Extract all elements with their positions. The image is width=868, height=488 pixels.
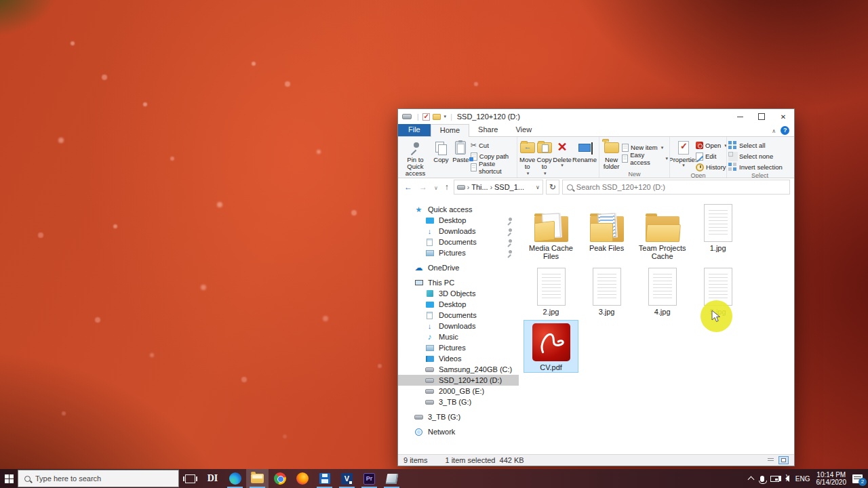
ribbon-tabs: File Home Share View — [398, 124, 794, 137]
move-to-button[interactable]: Move to — [519, 139, 536, 178]
mouse-cursor-icon — [711, 310, 722, 323]
sidebar-item-2000gb[interactable]: 2000_GB (E:) — [398, 386, 519, 396]
qat-properties-icon[interactable] — [422, 113, 430, 121]
forward-icon[interactable] — [417, 182, 429, 192]
breadcrumb[interactable]: Thi... SSD_1... — [454, 180, 543, 195]
sidebar-item-downloads[interactable]: Downloads — [398, 321, 519, 331]
microphone-icon[interactable] — [760, 476, 764, 482]
taskbar-file-explorer[interactable] — [246, 469, 269, 488]
drive-icon — [425, 400, 434, 405]
recent-locations-caret-icon[interactable] — [432, 182, 440, 192]
edit-button[interactable]: Edit — [696, 151, 727, 161]
tab-view[interactable]: View — [507, 124, 540, 136]
back-icon[interactable] — [402, 182, 414, 192]
sidebar-item-quick-access[interactable]: Quick access — [398, 204, 519, 215]
details-view-icon[interactable] — [766, 456, 776, 464]
taskbar-disk-app[interactable] — [313, 469, 336, 488]
rename-button[interactable]: Rename — [572, 139, 597, 164]
refresh-icon[interactable] — [546, 180, 559, 195]
taskbar-firefox[interactable] — [291, 469, 313, 488]
taskbar-edge[interactable] — [224, 469, 246, 488]
task-view-button[interactable] — [179, 469, 201, 488]
tab-home[interactable]: Home — [431, 124, 469, 137]
help-icon[interactable] — [781, 126, 789, 135]
new-item-icon — [622, 144, 629, 152]
sidebar-item-documents-qa[interactable]: Documents — [398, 237, 519, 247]
taskbar-chrome[interactable] — [269, 469, 291, 488]
up-icon[interactable] — [443, 182, 451, 192]
files-pane[interactable]: Media Cache Files Peak Files Team Projec… — [519, 196, 794, 454]
file-cv-pdf[interactable]: CV.pdf — [524, 321, 578, 372]
sidebar-item-network[interactable]: Network — [398, 426, 519, 437]
file-1-jpg[interactable]: 1.jpg — [691, 201, 745, 253]
file-3-jpg[interactable]: 3.jpg — [580, 265, 633, 317]
status-bar: 9 items 1 item selected 442 KB — [398, 454, 794, 466]
easy-access-button[interactable]: Easy access — [622, 153, 668, 163]
copy-button[interactable]: Copy — [431, 139, 451, 164]
action-center-icon[interactable]: 2 — [852, 474, 863, 483]
copy-path-icon — [471, 152, 477, 161]
select-none-button[interactable]: Select none — [728, 151, 783, 161]
language-indicator[interactable]: ENG — [795, 475, 810, 483]
tab-share[interactable]: Share — [469, 124, 507, 136]
sidebar-item-pictures-qa[interactable]: Pictures — [398, 247, 519, 258]
file-team-projects-cache[interactable]: Team Projects Cache — [635, 201, 689, 261]
delete-button[interactable]: Delete — [553, 139, 572, 167]
sidebar-item-this-pc[interactable]: This PC — [398, 277, 519, 288]
cast-display-icon[interactable] — [770, 476, 779, 482]
file-4-jpg[interactable]: 4.jpg — [635, 265, 689, 317]
paste-button[interactable]: Paste — [451, 139, 471, 164]
sidebar-item-desktop[interactable]: Desktop — [398, 299, 519, 310]
sidebar-item-samsung-240gb[interactable]: Samsung_240GB (C:) — [398, 364, 519, 375]
pin-to-quick-access-button[interactable]: Pin to Quick access — [399, 139, 431, 178]
open-button[interactable]: Open — [696, 140, 727, 150]
sidebar-item-videos[interactable]: Videos — [398, 353, 519, 364]
sidebar-item-ssd-120-120[interactable]: SSD_120+120 (D:) — [398, 375, 519, 386]
address-dropdown-caret-icon[interactable] — [536, 184, 540, 190]
tray-expand-icon[interactable] — [749, 476, 754, 481]
sidebar-item-documents[interactable]: Documents — [398, 310, 519, 321]
sidebar-item-pictures[interactable]: Pictures — [398, 342, 519, 353]
file-media-cache-files[interactable]: Media Cache Files — [524, 201, 578, 261]
file-peak-files[interactable]: Peak Files — [580, 201, 633, 253]
close-button[interactable] — [772, 109, 794, 124]
taskbar-search-input[interactable]: Type here to search — [18, 470, 179, 487]
search-box[interactable]: Search SSD_120+120 (D:) — [562, 180, 790, 195]
paste-shortcut-button[interactable]: Paste shortcut — [471, 162, 515, 172]
history-button[interactable]: History — [696, 162, 727, 172]
sidebar-item-3tb-network[interactable]: 3_TB (G:) — [398, 411, 519, 422]
copy-to-button[interactable]: Copy to — [536, 139, 553, 178]
scissors-icon — [471, 141, 477, 150]
tray-date: 6/14/2020 — [816, 479, 847, 486]
select-all-button[interactable]: Select all — [728, 140, 783, 150]
new-folder-button[interactable]: New folder — [601, 139, 622, 171]
minimize-button[interactable] — [729, 109, 751, 124]
breadcrumb-this-pc[interactable]: Thi... — [471, 183, 488, 191]
taskbar-notes-app[interactable] — [380, 469, 403, 488]
sidebar-item-3d-objects[interactable]: 3D Objects — [398, 288, 519, 299]
qat-customize-caret-icon[interactable]: ▾ — [444, 114, 447, 119]
thumbnails-view-icon[interactable] — [778, 456, 789, 464]
sidebar-item-onedrive[interactable]: OneDrive — [398, 262, 519, 273]
taskbar-v-app[interactable]: V — [336, 469, 358, 488]
invert-selection-button[interactable]: Invert selection — [728, 162, 783, 172]
tab-file[interactable]: File — [398, 124, 431, 136]
file-2-jpg[interactable]: 2.jpg — [524, 265, 578, 317]
move-to-icon — [520, 142, 535, 153]
maximize-button[interactable] — [751, 109, 772, 124]
collapse-ribbon-icon[interactable] — [772, 126, 776, 134]
cut-button[interactable]: Cut — [471, 140, 515, 150]
start-button[interactable] — [0, 469, 18, 488]
sidebar-item-downloads-qa[interactable]: Downloads — [398, 226, 519, 237]
properties-button[interactable]: Properties — [671, 139, 696, 167]
title-bar[interactable]: | ▾ | SSD_120+120 (D:) — [398, 109, 794, 124]
taskbar-premiere[interactable]: Pr — [358, 469, 380, 488]
clock[interactable]: 10:14 PM 6/14/2020 — [816, 471, 847, 486]
qat-new-folder-icon[interactable] — [433, 114, 441, 120]
sidebar-item-music[interactable]: Music — [398, 331, 519, 342]
sidebar-item-3tb[interactable]: 3_TB (G:) — [398, 396, 519, 407]
breadcrumb-current[interactable]: SSD_1... — [494, 183, 524, 191]
speaker-icon[interactable] — [785, 475, 789, 482]
taskbar-di-app[interactable]: DI — [201, 469, 224, 488]
sidebar-item-desktop-qa[interactable]: Desktop — [398, 215, 519, 226]
